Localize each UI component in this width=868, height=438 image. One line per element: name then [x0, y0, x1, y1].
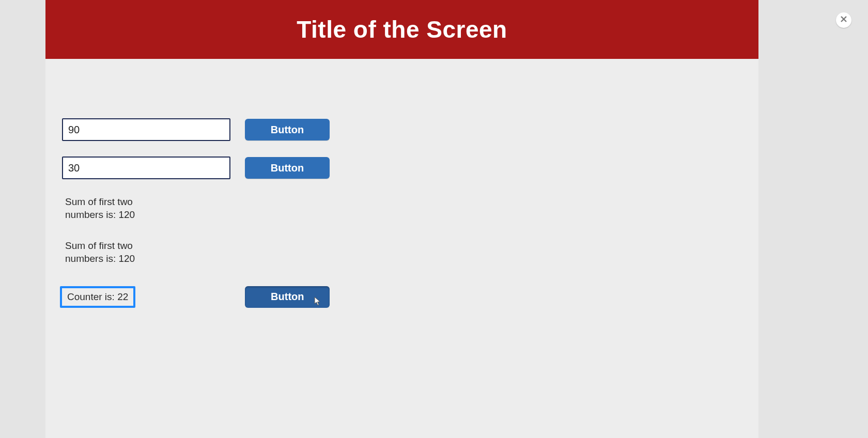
- counter-button[interactable]: Button: [245, 286, 330, 308]
- sum-output-2: Sum of first two numbers is: 120: [65, 240, 148, 265]
- header: Title of the Screen: [45, 0, 758, 59]
- screen: Title of the Screen Button Button Sum of…: [45, 0, 758, 438]
- sum-output-1: Sum of first two numbers is: 120: [65, 196, 148, 221]
- row2-button[interactable]: Button: [245, 157, 330, 179]
- sum-block: Sum of first two numbers is: 120 Sum of …: [65, 196, 758, 265]
- second-number-input[interactable]: [62, 157, 230, 179]
- counter-row: Counter is: 22 Button: [60, 286, 758, 308]
- close-icon: [840, 15, 847, 25]
- input-row-2: Button: [62, 157, 758, 179]
- close-button[interactable]: [836, 12, 851, 28]
- input-row-1: Button: [62, 118, 758, 141]
- page-title: Title of the Screen: [297, 15, 507, 43]
- counter-display: Counter is: 22: [60, 286, 135, 308]
- row1-button[interactable]: Button: [245, 119, 330, 140]
- first-number-input[interactable]: [62, 118, 230, 141]
- content-area: Button Button Sum of first two numbers i…: [45, 59, 758, 308]
